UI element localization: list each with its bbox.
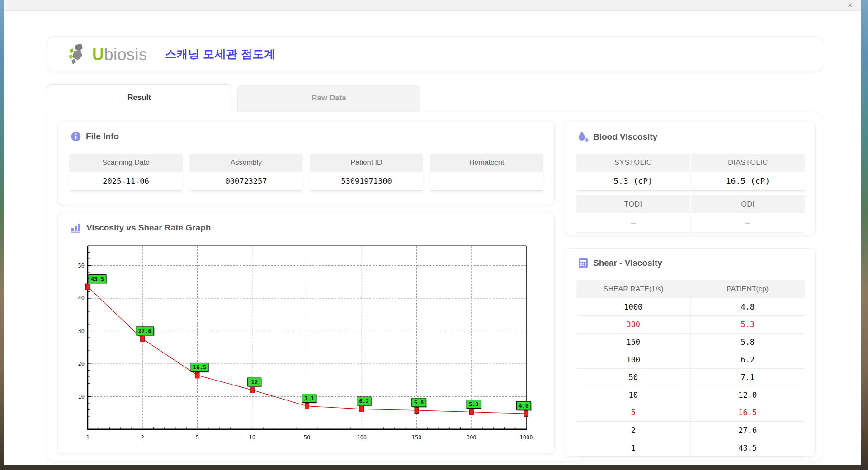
sv-patient-value: 5.8 [691,334,805,351]
table-row: 1 43.5 [576,439,805,457]
app-window: ✕ Ubiosis 스캐닝 모세관 점도계 Result Raw Data [4,0,861,465]
blood-drop-icon [578,131,589,143]
table-row: 150 5.8 [576,334,805,351]
svg-text:4.8: 4.8 [519,403,528,409]
sv-shear-value: 300 [576,316,691,333]
field-label: Assembly [189,154,303,172]
svg-text:5: 5 [196,434,199,441]
bv-value-odi: – [691,213,805,232]
ubiosis-logo-icon [68,44,91,66]
table-row: 50 7.1 [576,369,805,386]
svg-text:7.1: 7.1 [304,395,314,402]
svg-text:5.8: 5.8 [414,400,424,406]
sv-shear-value: 2 [576,422,691,439]
bv-header-odi: ODI [691,195,805,213]
table-row: 2 27.6 [576,422,805,439]
tab-raw-data[interactable]: Raw Data [237,85,420,112]
sv-col-patient: PATIENT(cp) [691,280,805,298]
sv-shear-value: 5 [576,404,691,421]
sv-shear-value: 1 [576,439,691,456]
ubiosis-logo: Ubiosis [68,44,147,66]
blood-viscosity-grid: SYSTOLIC DIASTOLIC 5.3 (cP) 16.5 (cP) TO… [576,154,805,232]
sv-patient-value: 43.5 [691,439,805,456]
sv-patient-value: 6.2 [691,351,805,368]
app-title-korean: 스캐닝 모세관 점도계 [165,47,275,61]
table-row: 1000 4.8 [576,298,805,316]
svg-text:10: 10 [249,434,255,441]
field-label: Hematocrit [430,154,543,172]
field-value: 2025-11-06 [69,172,183,191]
sv-patient-value: 12.0 [691,386,805,404]
field-value: 000723257 [189,172,303,191]
svg-text:6.2: 6.2 [359,398,369,404]
sv-patient-value: 27.6 [691,422,805,439]
blood-viscosity-title: Blood Viscosity [593,132,657,142]
svg-text:43.5: 43.5 [91,276,104,282]
tab-result[interactable]: Result [47,84,231,112]
viscosity-graph-card: Viscosity vs Shear Rate Graph 1020304050… [57,213,555,454]
shear-viscosity-title: Shear - Viscosity [593,258,662,268]
file-info-title: File Info [86,132,119,141]
svg-text:5.3: 5.3 [469,401,479,408]
svg-text:27.6: 27.6 [138,328,151,334]
shear-viscosity-card: Shear - Viscosity SHEAR RATE(1/s) PATIEN… [565,248,816,457]
field-label: Scanning Date [69,154,183,172]
graph-title: Viscosity vs Shear Rate Graph [86,223,211,233]
info-icon [71,131,81,142]
logo-text-rest: biosis [104,45,147,64]
bv-header-todi: TODI [576,195,690,213]
sv-shear-value: 100 [576,351,691,368]
table-row-highlighted: 5 16.5 [576,404,805,422]
bv-value-diastolic: 16.5 (cP) [691,172,805,191]
file-info-card: File Info Scanning Date 2025-11-06 Assem… [57,122,555,205]
sv-patient-value: 4.8 [691,298,805,315]
sv-col-shear-rate: SHEAR RATE(1/s) [576,280,691,298]
svg-text:50: 50 [78,263,85,269]
sv-patient-value: 16.5 [691,404,805,421]
blood-viscosity-card: Blood Viscosity SYSTOLIC DIASTOLIC 5.3 (… [565,122,816,235]
svg-text:20: 20 [78,361,85,367]
svg-text:100: 100 [357,434,367,441]
svg-text:2: 2 [141,434,144,441]
bv-value-todi: – [576,213,690,232]
field-value [430,172,543,191]
field-assembly: Assembly 000723257 [189,154,303,191]
file-info-fields: Scanning Date 2025-11-06 Assembly 000723… [69,154,544,191]
svg-text:300: 300 [467,434,476,441]
sv-patient-value: 5.3 [691,316,805,333]
close-icon[interactable]: ✕ [845,1,854,9]
svg-text:50: 50 [304,434,310,441]
field-hematocrit: Hematocrit [430,154,543,191]
field-scanning-date: Scanning Date 2025-11-06 [69,154,183,191]
svg-text:16.5: 16.5 [193,364,206,371]
sv-patient-value: 7.1 [691,369,805,386]
shear-viscosity-table: SHEAR RATE(1/s) PATIENT(cp) 1000 4.8 300… [576,280,805,457]
table-row: 10 12.0 [576,386,805,404]
bar-chart-icon [71,222,82,233]
svg-text:1: 1 [86,434,89,441]
svg-text:30: 30 [78,328,85,334]
svg-text:1000: 1000 [520,434,533,441]
field-label: Patient ID [310,154,423,172]
svg-text:150: 150 [412,434,422,441]
titlebar: ✕ [4,0,861,11]
field-value: 53091971300 [310,172,423,191]
logo-text-u: U [92,45,104,64]
sv-shear-value: 1000 [576,298,691,315]
svg-text:12: 12 [251,379,258,385]
bv-value-systolic: 5.3 (cP) [576,172,690,191]
sv-shear-value: 150 [576,334,691,351]
logo-text: Ubiosis [92,45,147,64]
svg-text:10: 10 [78,394,85,400]
table-row: 100 6.2 [576,351,805,369]
tab-content-panel: File Info Scanning Date 2025-11-06 Assem… [47,112,822,461]
header-card: Ubiosis 스캐닝 모세관 점도계 [47,36,822,71]
field-patient-id: Patient ID 53091971300 [310,154,423,191]
svg-text:40: 40 [78,295,85,301]
table-row-highlighted: 300 5.3 [576,316,805,334]
calculator-icon [578,258,589,268]
bv-header-diastolic: DIASTOLIC [691,154,805,172]
sv-shear-value: 10 [576,386,691,404]
sv-shear-value: 50 [576,369,691,386]
viscosity-chart: 10203040501251050100150300100043.527.616… [71,243,542,447]
